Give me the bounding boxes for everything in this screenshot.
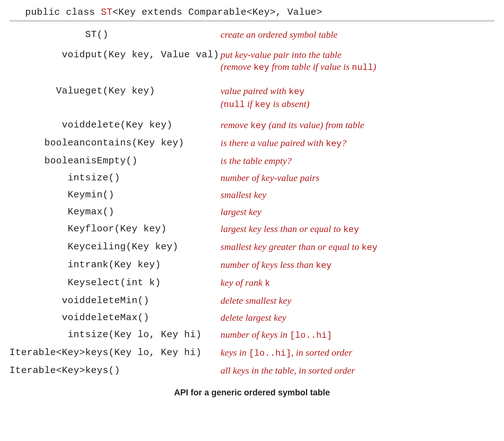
return-type: Iterable<Key> bbox=[9, 344, 85, 362]
api-row: Keyceiling(Key key)smallest key greater … bbox=[9, 238, 495, 256]
method-signature: keys(Key lo, Key hi) bbox=[85, 344, 221, 362]
code-literal: [lo..hi] bbox=[290, 331, 332, 340]
method-description: is there a value paired with key? bbox=[221, 134, 495, 152]
class-name: ST bbox=[101, 7, 113, 18]
method-description: largest key less than or equal to key bbox=[221, 220, 495, 238]
method-signature: isEmpty() bbox=[85, 152, 221, 169]
method-signature: ceiling(Key key) bbox=[85, 238, 221, 256]
class-declaration: public class ST<Key extends Comparable<K… bbox=[9, 6, 495, 21]
method-signature: ST() bbox=[85, 26, 221, 43]
method-description: remove key (and its value) from table bbox=[221, 116, 495, 134]
return-type: Key bbox=[9, 220, 85, 238]
api-row: intsize()number of key-value pairs bbox=[9, 169, 495, 186]
api-row: Iterable<Key>keys(Key lo, Key hi)keys in… bbox=[9, 344, 495, 362]
method-description: key of rank k bbox=[221, 274, 495, 292]
return-type: Key bbox=[9, 203, 85, 220]
method-signature: min() bbox=[85, 186, 221, 203]
method-description: number of keys in [lo..hi] bbox=[221, 326, 495, 344]
method-signature: rank(Key key) bbox=[85, 256, 221, 274]
code-literal: null bbox=[224, 100, 245, 110]
return-type: boolean bbox=[9, 134, 85, 152]
return-type: int bbox=[9, 326, 85, 344]
return-type: void bbox=[9, 309, 85, 326]
api-row: voidput(Key key, Value val)put key-value… bbox=[9, 43, 495, 79]
code-literal: key bbox=[289, 87, 304, 97]
return-type: void bbox=[9, 292, 85, 309]
return-type: void bbox=[9, 116, 85, 134]
method-signature: floor(Key key) bbox=[85, 220, 221, 238]
return-type: void bbox=[9, 43, 85, 79]
method-signature: contains(Key key) bbox=[85, 134, 221, 152]
method-description: create an ordered symbol table bbox=[221, 26, 495, 43]
api-row: intsize(Key lo, Key hi)number of keys in… bbox=[9, 326, 495, 344]
api-row: Keyselect(int k)key of rank k bbox=[9, 274, 495, 292]
api-row: voiddelete(Key key)remove key (and its v… bbox=[9, 116, 495, 134]
method-description: delete largest key bbox=[221, 309, 495, 326]
api-row: ST()create an ordered symbol table bbox=[9, 26, 495, 43]
code-literal: null bbox=[352, 63, 373, 72]
api-row: Iterable<Key>keys()all keys in the table… bbox=[9, 362, 495, 379]
code-literal: key bbox=[255, 100, 270, 110]
code-literal: key bbox=[326, 139, 342, 149]
method-signature: put(Key key, Value val) bbox=[85, 43, 221, 79]
method-description: value paired with key(null if key is abs… bbox=[221, 79, 495, 116]
class-generics: <Key extends Comparable<Key>, Value> bbox=[113, 7, 322, 18]
api-row: voiddeleteMin()delete smallest key bbox=[9, 292, 495, 309]
method-description: number of key-value pairs bbox=[221, 169, 495, 186]
method-description: smallest key bbox=[221, 186, 495, 203]
method-description: smallest key greater than or equal to ke… bbox=[221, 238, 495, 256]
api-page: public class ST<Key extends Comparable<K… bbox=[0, 0, 504, 407]
api-table: ST()create an ordered symbol tablevoidpu… bbox=[9, 26, 495, 379]
method-signature: deleteMax() bbox=[85, 309, 221, 326]
method-description: put key-value pair into the table(remove… bbox=[221, 43, 495, 79]
method-signature: deleteMin() bbox=[85, 292, 221, 309]
method-description: delete smallest key bbox=[221, 292, 495, 309]
code-literal: key bbox=[250, 121, 266, 131]
code-literal: [lo..hi] bbox=[249, 348, 291, 358]
method-description: number of keys less than key bbox=[221, 256, 495, 274]
return-type: Key bbox=[9, 274, 85, 292]
method-description: largest key bbox=[221, 203, 495, 220]
return-type: Iterable<Key> bbox=[9, 362, 85, 379]
code-literal: key bbox=[316, 261, 331, 270]
api-row: voiddeleteMax()delete largest key bbox=[9, 309, 495, 326]
api-row: Keymax()largest key bbox=[9, 203, 495, 220]
return-type bbox=[9, 26, 85, 43]
code-literal: key bbox=[253, 63, 269, 72]
code-literal: key bbox=[343, 225, 359, 235]
method-signature: size(Key lo, Key hi) bbox=[85, 326, 221, 344]
class-prefix: public class bbox=[25, 7, 101, 18]
return-type: int bbox=[9, 256, 85, 274]
return-type: Value bbox=[9, 79, 85, 116]
method-signature: select(int k) bbox=[85, 274, 221, 292]
return-type: boolean bbox=[9, 152, 85, 169]
return-type: Key bbox=[9, 238, 85, 256]
return-type: Key bbox=[9, 186, 85, 203]
method-description: is the table empty? bbox=[221, 152, 495, 169]
method-signature: size() bbox=[85, 169, 221, 186]
method-description: keys in [lo..hi], in sorted order bbox=[221, 344, 495, 362]
return-type: int bbox=[9, 169, 85, 186]
api-row: Keymin()smallest key bbox=[9, 186, 495, 203]
method-signature: get(Key key) bbox=[85, 79, 221, 116]
method-signature: keys() bbox=[85, 362, 221, 379]
method-description: all keys in the table, in sorted order bbox=[221, 362, 495, 379]
api-row: Valueget(Key key)value paired with key(n… bbox=[9, 79, 495, 116]
code-literal: key bbox=[362, 243, 377, 252]
api-row: intrank(Key key)number of keys less than… bbox=[9, 256, 495, 274]
method-signature: delete(Key key) bbox=[85, 116, 221, 134]
code-literal: k bbox=[265, 279, 270, 288]
method-signature: max() bbox=[85, 203, 221, 220]
api-row: Keyfloor(Key key)largest key less than o… bbox=[9, 220, 495, 238]
api-row: booleancontains(Key key)is there a value… bbox=[9, 134, 495, 152]
api-row: booleanisEmpty()is the table empty? bbox=[9, 152, 495, 169]
caption: API for a generic ordered symbol table bbox=[9, 388, 495, 398]
